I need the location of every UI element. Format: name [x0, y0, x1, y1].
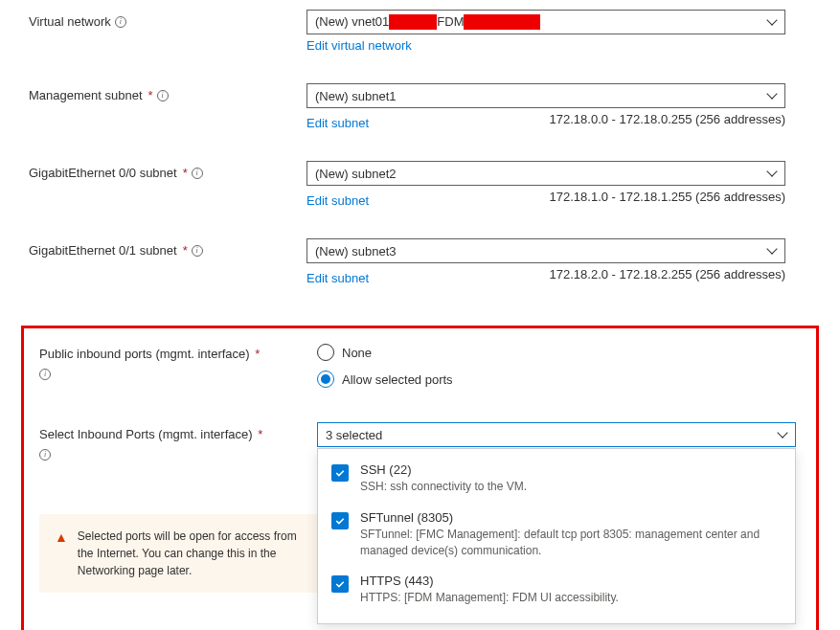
warning-text: Selected ports will be open for access f… [78, 528, 302, 579]
ge00-subnet-label: GigabitEthernet 0/0 subnet [29, 166, 177, 180]
ge01-subnet-range: 172.18.2.0 - 172.18.2.255 (256 addresses… [550, 267, 785, 285]
ge01-subnet-label: GigabitEthernet 0/1 subnet [29, 243, 177, 258]
ge01-subnet-dropdown[interactable]: (New) subnet3 [306, 238, 785, 263]
edit-ge00-subnet-link[interactable]: Edit subnet [306, 193, 369, 208]
radio-icon [317, 371, 334, 388]
edit-ge01-subnet-link[interactable]: Edit subnet [306, 271, 369, 285]
edit-vnet-link[interactable]: Edit virtual network [306, 38, 412, 53]
checkbox-checked-icon [331, 575, 349, 593]
info-icon[interactable] [39, 449, 51, 461]
radio-icon [317, 344, 334, 361]
info-icon[interactable] [157, 90, 169, 101]
required-indicator: * [258, 427, 262, 441]
port-option-title: HTTPS (443) [360, 574, 782, 588]
ge00-subnet-value: (New) subnet2 [315, 167, 767, 181]
chevron-down-icon [778, 430, 787, 439]
chevron-down-icon [767, 91, 777, 101]
chevron-down-icon [767, 17, 777, 27]
vnet-value: (New) vnet01FDM [315, 14, 767, 31]
checkbox-checked-icon [331, 464, 349, 482]
port-option-desc: SSH: ssh connectivity to the VM. [360, 479, 782, 495]
required-indicator: * [148, 88, 153, 102]
port-option-desc: HTTPS: [FDM Management]: FDM UI accessib… [360, 590, 782, 606]
info-icon[interactable] [192, 168, 203, 179]
info-icon[interactable] [39, 369, 51, 380]
vnet-label: Virtual network [29, 14, 111, 29]
warning-icon: ▲ [55, 528, 68, 548]
mgmt-subnet-value: (New) subnet1 [315, 89, 767, 103]
mgmt-subnet-dropdown[interactable]: (New) subnet1 [306, 83, 785, 108]
required-indicator: * [255, 347, 260, 361]
radio-none-label: None [342, 346, 372, 360]
ge00-subnet-dropdown[interactable]: (New) subnet2 [306, 161, 785, 186]
port-option-desc: SFTunnel: [FMC Management]: default tcp … [360, 527, 782, 559]
port-option-title: SFTunnel (8305) [360, 510, 782, 525]
warning-banner: ▲ Selected ports will be open for access… [39, 514, 317, 593]
required-indicator: * [183, 243, 188, 258]
radio-allow-label: Allow selected ports [342, 372, 453, 387]
select-ports-panel: SSH (22) SSH: ssh connectivity to the VM… [317, 448, 796, 624]
port-option-ssh[interactable]: SSH (22) SSH: ssh connectivity to the VM… [318, 455, 795, 503]
chevron-down-icon [767, 246, 777, 256]
public-ports-label: Public inbound ports (mgmt. interface) [39, 347, 250, 361]
required-indicator: * [183, 166, 188, 180]
chevron-down-icon [767, 169, 777, 178]
radio-allow[interactable]: Allow selected ports [317, 371, 796, 388]
info-icon[interactable] [115, 16, 126, 28]
port-option-https[interactable]: HTTPS (443) HTTPS: [FDM Management]: FDM… [318, 566, 795, 614]
select-ports-value: 3 selected [326, 428, 778, 442]
ge01-subnet-value: (New) subnet3 [315, 244, 767, 259]
select-ports-label: Select Inbound Ports (mgmt. interface) [39, 427, 253, 441]
ge00-subnet-range: 172.18.1.0 - 172.18.1.255 (256 addresses… [550, 190, 785, 208]
mgmt-subnet-label: Management subnet [29, 88, 143, 102]
info-icon[interactable] [192, 245, 203, 257]
select-ports-dropdown[interactable]: 3 selected SSH (22) SSH: ssh connectivit… [317, 422, 796, 447]
radio-none[interactable]: None [317, 344, 796, 361]
port-option-title: SSH (22) [360, 462, 782, 477]
highlight-region: Public inbound ports (mgmt. interface) *… [21, 326, 819, 630]
edit-mgmt-subnet-link[interactable]: Edit subnet [306, 116, 369, 130]
mgmt-subnet-range: 172.18.0.0 - 172.18.0.255 (256 addresses… [550, 112, 785, 130]
checkbox-checked-icon [331, 512, 349, 529]
vnet-dropdown[interactable]: (New) vnet01FDM [306, 10, 785, 34]
port-option-sftunnel[interactable]: SFTunnel (8305) SFTunnel: [FMC Managemen… [318, 503, 795, 567]
public-ports-radio-group: None Allow selected ports [317, 342, 796, 388]
